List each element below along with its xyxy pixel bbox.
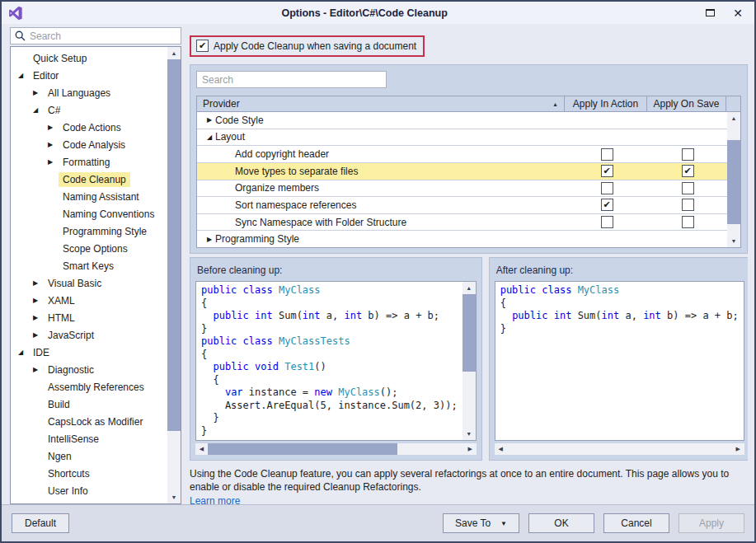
- chevron-collapsed-icon[interactable]: ▶: [33, 314, 44, 321]
- tree-item-intellisense[interactable]: IntelliSense: [11, 430, 167, 447]
- tree-item-assembly-references[interactable]: Assembly References: [11, 378, 167, 396]
- tree-item-editor[interactable]: ◢Editor: [11, 67, 167, 84]
- ok-button[interactable]: OK: [528, 513, 594, 533]
- provider-row-sort-namespace-references[interactable]: Sort namespace references✔: [197, 197, 727, 214]
- apply-on-save-checkbox[interactable]: [682, 216, 694, 228]
- scroll-left-icon[interactable]: ◀: [495, 443, 507, 455]
- tree-item-smart-keys[interactable]: Smart Keys: [11, 257, 167, 274]
- chevron-collapsed-icon[interactable]: ▶: [33, 331, 44, 339]
- provider-row-sync-namespace-with-folder-structure[interactable]: Sync Namespace with Folder Structure: [197, 214, 727, 232]
- tree-item-visual-basic[interactable]: ▶Visual Basic: [11, 274, 167, 292]
- chevron-collapsed-icon[interactable]: ▶: [33, 89, 44, 96]
- save-to-button[interactable]: Save To ▼: [443, 513, 519, 533]
- column-header-provider[interactable]: Provider ▲: [197, 96, 565, 111]
- default-button[interactable]: Default: [12, 513, 69, 533]
- tree-item-formatting[interactable]: ▶Formatting: [11, 153, 167, 171]
- tree-item-xaml[interactable]: ▶XAML: [11, 292, 167, 309]
- tree-item-scope-options[interactable]: Scope Options: [11, 240, 167, 257]
- chevron-expanded-icon[interactable]: ◢: [204, 133, 215, 141]
- apply-in-action-checkbox[interactable]: ✔: [601, 199, 613, 211]
- grid-scrollbar[interactable]: ▲ ▼: [727, 112, 740, 247]
- scroll-up-icon[interactable]: ▲: [463, 282, 476, 294]
- tree-item-javascript[interactable]: ▶JavaScript: [11, 326, 167, 344]
- scrollbar-thumb[interactable]: [208, 443, 397, 455]
- tree-item-capslock-as-modifier[interactable]: CapsLock as Modifier: [11, 413, 167, 430]
- sidebar-search-input[interactable]: [30, 30, 176, 42]
- apply-on-save-checkbox[interactable]: [682, 182, 694, 194]
- apply-in-action-checkbox[interactable]: [601, 182, 613, 194]
- scrollbar-thumb[interactable]: [167, 59, 181, 431]
- apply-code-cleanup-checkbox[interactable]: ✔: [196, 40, 209, 52]
- maximize-button[interactable]: [706, 9, 715, 16]
- scroll-down-icon[interactable]: ▼: [167, 491, 181, 503]
- tree-item-code-cleanup[interactable]: Code Cleanup: [11, 171, 167, 188]
- apply-on-save-checkbox[interactable]: [682, 148, 694, 161]
- apply-on-save-checkbox[interactable]: ✔: [682, 165, 694, 177]
- chevron-collapsed-icon[interactable]: ▶: [48, 124, 59, 131]
- close-button[interactable]: ✕: [733, 7, 743, 19]
- provider-search-box[interactable]: [196, 71, 387, 88]
- after-code-hscrollbar[interactable]: ◀ ▶: [495, 443, 744, 455]
- column-header-apply-on-save[interactable]: Apply On Save: [647, 96, 726, 111]
- tree-item-ide[interactable]: ◢IDE: [11, 344, 167, 361]
- tree-item-naming-conventions[interactable]: Naming Conventions: [11, 205, 167, 222]
- provider-row-organize-members[interactable]: Organize members: [197, 180, 727, 198]
- tree-item-label: Build: [44, 397, 74, 412]
- tree-item-quick-setup[interactable]: Quick Setup: [11, 49, 167, 67]
- scroll-down-icon[interactable]: ▼: [463, 428, 476, 440]
- tree-scrollbar[interactable]: ▲ ▼: [167, 47, 181, 503]
- column-header-apply-in-action[interactable]: Apply In Action: [565, 96, 647, 111]
- code-cleanup-page: ✔ Apply Code Cleanup when saving a docum…: [190, 27, 748, 504]
- chevron-collapsed-icon[interactable]: ▶: [33, 297, 44, 304]
- tree-item-user-info[interactable]: User Info: [11, 482, 167, 499]
- apply-in-action-checkbox[interactable]: ✔: [601, 165, 613, 177]
- cancel-button[interactable]: Cancel: [603, 513, 669, 533]
- tree-item-c[interactable]: ◢C#: [11, 101, 167, 119]
- provider-row-layout[interactable]: ◢Layout: [197, 129, 727, 147]
- chevron-collapsed-icon[interactable]: ▶: [33, 366, 44, 373]
- learn-more-link[interactable]: Learn more: [190, 494, 240, 504]
- scroll-right-icon[interactable]: ▶: [732, 443, 744, 455]
- chevron-expanded-icon[interactable]: ◢: [33, 106, 44, 114]
- chevron-expanded-icon[interactable]: ◢: [18, 349, 29, 356]
- chevron-collapsed-icon[interactable]: ▶: [48, 141, 59, 148]
- tree-item-html[interactable]: ▶HTML: [11, 309, 167, 326]
- scrollbar-thumb[interactable]: [463, 294, 476, 372]
- apply-on-save-cell: [648, 216, 727, 228]
- chevron-expanded-icon[interactable]: ◢: [18, 72, 29, 79]
- apply-in-action-checkbox[interactable]: [601, 148, 613, 161]
- provider-row-move-types-to-separate-files[interactable]: Move types to separate files✔✔: [197, 163, 727, 180]
- tree-item-naming-assistant[interactable]: Naming Assistant: [11, 188, 167, 205]
- scroll-up-icon[interactable]: ▲: [727, 112, 740, 124]
- before-code-hscrollbar[interactable]: ◀ ▶: [195, 443, 477, 455]
- apply-button[interactable]: Apply: [679, 513, 744, 533]
- provider-row-code-style[interactable]: ▶Code Style: [197, 112, 727, 129]
- column-header-gutter: [726, 96, 740, 111]
- scroll-up-icon[interactable]: ▲: [167, 47, 181, 59]
- provider-row-programming-style[interactable]: ▶Programming Style: [197, 231, 727, 247]
- tree-item-shortcuts[interactable]: Shortcuts: [11, 465, 167, 482]
- tree-item-diagnostic[interactable]: ▶Diagnostic: [11, 361, 167, 378]
- chevron-collapsed-icon[interactable]: ▶: [204, 236, 215, 243]
- before-code-vscrollbar[interactable]: ▲ ▼: [463, 282, 476, 440]
- tree-item-label: C#: [44, 103, 64, 118]
- tree-item-ngen[interactable]: Ngen: [11, 447, 167, 465]
- chevron-collapsed-icon[interactable]: ▶: [48, 158, 59, 166]
- provider-search-input[interactable]: [202, 74, 381, 86]
- sidebar-search-box[interactable]: [10, 27, 181, 44]
- scrollbar-thumb[interactable]: [727, 140, 740, 224]
- scroll-right-icon[interactable]: ▶: [464, 443, 477, 455]
- tree-item-code-actions[interactable]: ▶Code Actions: [11, 119, 167, 136]
- tree-item-programming-style[interactable]: Programming Style: [11, 222, 167, 240]
- scroll-left-icon[interactable]: ◀: [195, 443, 208, 455]
- tree-item-code-analysis[interactable]: ▶Code Analysis: [11, 136, 167, 153]
- apply-in-action-checkbox[interactable]: [601, 216, 613, 228]
- provider-row-label-cell: Sort namespace references: [197, 199, 566, 211]
- provider-row-add-copyright-header[interactable]: Add copyright header: [197, 146, 727, 163]
- chevron-collapsed-icon[interactable]: ▶: [204, 116, 215, 124]
- apply-on-save-checkbox[interactable]: [682, 199, 694, 211]
- tree-item-all-languages[interactable]: ▶All Languages: [11, 84, 167, 101]
- scroll-down-icon[interactable]: ▼: [727, 235, 740, 247]
- tree-item-build[interactable]: Build: [11, 396, 167, 413]
- chevron-collapsed-icon[interactable]: ▶: [33, 279, 44, 287]
